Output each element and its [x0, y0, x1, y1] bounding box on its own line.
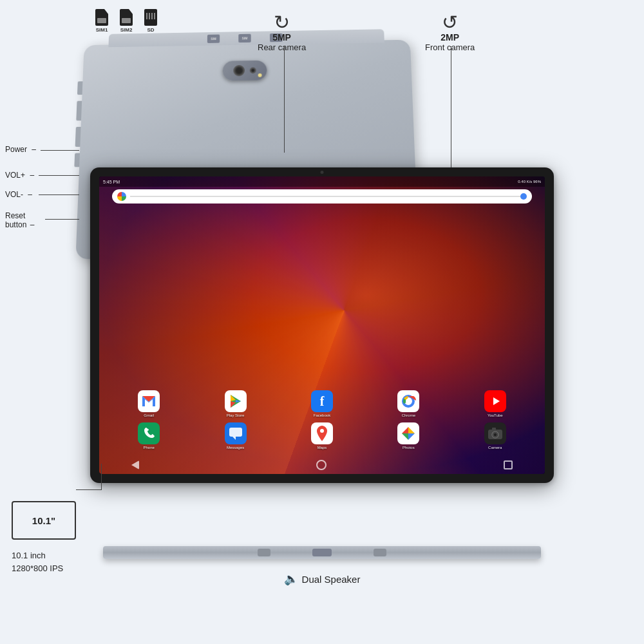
- svg-point-10: [320, 429, 324, 433]
- svg-point-6: [406, 399, 411, 404]
- playstore-label: Play Store: [227, 413, 245, 417]
- sd-lines: [146, 13, 155, 19]
- speaker-label: 🔈 Dual Speaker: [284, 572, 361, 586]
- size-line-v: [101, 464, 102, 489]
- volplus-label: VOL+ –: [5, 171, 34, 181]
- app-grid: Gmail Play Store f Facebook: [106, 390, 538, 450]
- camera-app-icon[interactable]: Camera: [484, 422, 506, 450]
- tablet-front: 5:45 PM 0.40 K/s 96%: [90, 167, 554, 483]
- sim1-card-icon: SIM1: [95, 9, 108, 33]
- search-mic-icon[interactable]: [520, 193, 527, 200]
- vol-plus-button[interactable]: [76, 101, 82, 121]
- chrome-label: Chrome: [402, 413, 415, 417]
- power-button[interactable]: [77, 81, 82, 95]
- sim2-label: SIM2: [120, 27, 133, 33]
- nav-home-btn[interactable]: [316, 460, 327, 470]
- youtube-icon[interactable]: YouTube: [484, 390, 506, 417]
- vol-minus-button[interactable]: [75, 127, 81, 147]
- nav-back-btn[interactable]: [131, 460, 139, 469]
- reset-button[interactable]: [74, 153, 80, 167]
- front-camera-dot: [321, 171, 324, 174]
- search-line: [130, 196, 520, 197]
- status-time: 5:45 PM: [103, 180, 120, 184]
- sim1-slot: SIM: [207, 35, 220, 43]
- bottom-strip: [103, 546, 541, 559]
- rear-camera-bump: [223, 61, 267, 80]
- camera-app-label: Camera: [488, 446, 502, 450]
- gmail-label: Gmail: [144, 413, 154, 417]
- volplus-line: [39, 175, 79, 176]
- status-icons: 0.40 K/s 96%: [518, 180, 541, 184]
- power-line: [41, 150, 79, 151]
- nav-recents-btn[interactable]: [504, 460, 513, 469]
- phone-label: Phone: [144, 446, 155, 450]
- svg-rect-14: [492, 428, 496, 430]
- sim1-shape: [95, 9, 108, 26]
- power-label: Power –: [5, 145, 36, 155]
- sim2-card-icon: SIM2: [120, 9, 133, 33]
- sim-sd-labels: SIM1 SIM2 SD: [95, 9, 157, 33]
- sim2-shape: [120, 9, 133, 26]
- volminus-line: [39, 194, 79, 195]
- port-left: [258, 549, 270, 556]
- front-camera-icon: ↺: [425, 13, 475, 32]
- sim1-label: SIM1: [96, 27, 108, 33]
- rear-camera-mp: 5MP: [258, 32, 306, 43]
- app-row-1: Gmail Play Store f Facebook: [106, 390, 538, 417]
- screen-size-description: 10.1 inch 1280*800 IPS: [12, 549, 63, 574]
- front-camera-mp: 2MP: [425, 32, 475, 43]
- rear-camera-lens: [233, 65, 245, 76]
- rear-cam-line: [284, 46, 285, 153]
- svg-marker-9: [232, 437, 236, 440]
- rear-camera-lens2: [250, 67, 256, 73]
- port-center: [312, 549, 332, 556]
- reset-label: Resetbutton –: [5, 211, 34, 230]
- facebook-icon[interactable]: f Facebook: [311, 390, 333, 417]
- svg-rect-8: [229, 428, 242, 437]
- sd-label: SD: [147, 27, 154, 33]
- chrome-icon[interactable]: Chrome: [397, 390, 419, 417]
- status-right-text: 0.40 K/s 96%: [518, 180, 541, 184]
- front-camera-annotation: ↺ 2MP Front camera: [425, 13, 475, 52]
- playstore-icon[interactable]: Play Store: [225, 390, 247, 417]
- rear-camera-icon: ↻: [258, 13, 306, 32]
- flash-dot: [258, 73, 262, 77]
- gmail-icon[interactable]: Gmail: [138, 390, 160, 417]
- front-camera-label: Front camera: [425, 43, 475, 52]
- phone-icon[interactable]: Phone: [138, 422, 160, 450]
- reset-line: [45, 219, 79, 220]
- sd-shape: [144, 9, 157, 26]
- sd-card-icon: SD: [144, 9, 157, 33]
- screen-size-label: 10.1": [32, 515, 55, 526]
- nav-bar: [112, 459, 532, 471]
- sim2-slot: SIM: [238, 34, 251, 43]
- size-line-h: [76, 489, 102, 490]
- search-bar[interactable]: [112, 189, 532, 204]
- svg-marker-7: [493, 397, 500, 405]
- screen-size-box: 10.1": [12, 501, 76, 540]
- tablet-screen[interactable]: 5:45 PM 0.40 K/s 96%: [99, 176, 545, 474]
- rear-camera-annotation: ↻ 5MP Rear camera: [258, 13, 306, 52]
- status-bar: 5:45 PM 0.40 K/s 96%: [99, 176, 545, 187]
- side-buttons: [74, 81, 82, 167]
- google-logo: [117, 192, 126, 201]
- volminus-label: VOL- –: [5, 190, 32, 200]
- speaker-icon: 🔈: [284, 572, 298, 586]
- messages-label: Messages: [227, 446, 244, 450]
- app-row-2: Phone Messages Maps: [106, 422, 538, 450]
- photos-label: Photos: [402, 446, 415, 450]
- messages-icon[interactable]: Messages: [225, 422, 247, 450]
- rear-camera-label: Rear camera: [258, 43, 306, 52]
- port-right: [374, 549, 386, 556]
- maps-label: Maps: [317, 446, 327, 450]
- main-container: SIM SIM IIII SIM1: [0, 0, 644, 644]
- photos-icon[interactable]: Photos: [397, 422, 419, 450]
- speaker-text: Dual Speaker: [302, 574, 361, 585]
- screen-size-desc-line1: 10.1 inch: [12, 551, 46, 560]
- facebook-label: Facebook: [314, 413, 330, 417]
- screen-size-desc-line2: 1280*800 IPS: [12, 564, 63, 573]
- svg-point-13: [493, 433, 497, 437]
- maps-icon[interactable]: Maps: [311, 422, 333, 450]
- youtube-label: YouTube: [488, 413, 503, 417]
